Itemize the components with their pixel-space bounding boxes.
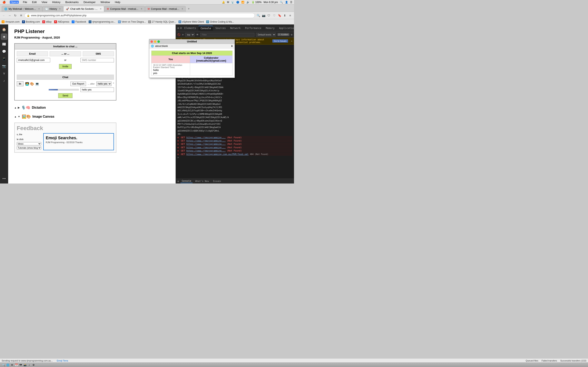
bookmark-amazon[interactable]: a Amazon.com: [2, 20, 20, 23]
bookmark-ebay[interactable]: e eBay: [42, 20, 52, 23]
search-icon[interactable]: 🔍: [256, 13, 260, 18]
invite-button[interactable]: Invite: [59, 64, 72, 69]
ideas-dropdown[interactable]: Ideas:: [17, 142, 41, 145]
tab-application[interactable]: Application: [277, 26, 294, 30]
tab-compose2[interactable]: M Compose Mail - rmetcalfe41@... ✕: [145, 6, 186, 12]
error-url[interactable]: https://www.rjmprogramming.com.au/PHP/fe…: [186, 153, 249, 156]
bottom-tab-whatsnew[interactable]: What's New: [194, 179, 210, 183]
hello-select[interactable]: hello yes: [96, 82, 112, 86]
tab-close[interactable]: ✕: [182, 8, 183, 10]
levels-select[interactable]: Default levels: [256, 33, 276, 36]
error-url[interactable]: https://www.rjmprogramming...: [186, 146, 226, 149]
tab-console[interactable]: Console: [199, 26, 213, 31]
sidebar-instagram[interactable]: 📷: [1, 63, 7, 69]
go-to-issues-button[interactable]: Go to Issues: [272, 39, 288, 43]
warning-close-icon[interactable]: ✕: [291, 40, 292, 42]
tab-close[interactable]: ✕: [38, 8, 40, 10]
tab-network[interactable]: Network: [228, 26, 243, 30]
bluetooth-icon[interactable]: 🔵: [236, 1, 239, 4]
settings-icon[interactable]: ⚙: [291, 33, 292, 36]
popup-maximize-button[interactable]: [157, 40, 160, 43]
tab-sources[interactable]: Sources: [213, 26, 228, 30]
bookmark-facebook[interactable]: f Facebook: [72, 20, 86, 23]
menu-opera[interactable]: Opera: [10, 1, 19, 4]
tab-elements[interactable]: Elements: [182, 26, 198, 30]
tab-history[interactable]: 🕐 History ✕: [43, 6, 63, 12]
sidebar-messenger[interactable]: 💬: [1, 48, 7, 55]
dictation-arrow-up[interactable]: ▲: [14, 106, 17, 109]
error-url[interactable]: https://www.rjmprogramming...: [186, 140, 226, 142]
bookmark-online-coding[interactable]: O Online Coding & Ma...: [206, 20, 234, 23]
image-canvas-section[interactable]: ▼ 🖼️🎨 Image Canvas: [18, 114, 54, 119]
sidebar-more[interactable]: •••: [1, 175, 7, 182]
download-icon[interactable]: ⬇: [283, 13, 287, 18]
sidebar-home[interactable]: 🏠: [1, 26, 7, 33]
menu-edit[interactable]: Edit: [31, 1, 37, 4]
chat-message-input[interactable]: hello yes: [80, 87, 114, 92]
sidebar-music[interactable]: ♪: [1, 77, 7, 84]
new-tab-button[interactable]: +: [186, 6, 191, 12]
context-select[interactable]: top: [185, 33, 195, 36]
tab-chat[interactable]: 🚀 Chat with No Sockets - RJM P... ✕: [63, 6, 104, 12]
back-button[interactable]: ←: [2, 13, 6, 18]
tab-grid-button[interactable]: ⊞: [19, 13, 23, 18]
clear-console-icon[interactable]: 🚫: [177, 33, 181, 36]
popup-minimize-button[interactable]: [154, 40, 156, 43]
error-url[interactable]: https://www.rjmprogramming...: [186, 136, 226, 139]
tab-memory[interactable]: Memory: [264, 26, 277, 30]
image-canvas-expand-arrow[interactable]: ▼: [18, 115, 20, 118]
tab-webmail[interactable]: 🌐 My Webmail :: Welcome to My ... ✕: [2, 6, 43, 12]
address-bar[interactable]: 🔒 www.rjmprogramming.com.au/PHP/phpliste…: [25, 13, 255, 18]
popup-close-button[interactable]: [150, 40, 153, 43]
bottom-tab-issues[interactable]: Issues: [212, 179, 222, 183]
menu-developer[interactable]: Developer: [83, 1, 96, 4]
sidebar-vk[interactable]: V: [1, 70, 7, 77]
apple-menu[interactable]: 🍎: [2, 1, 7, 4]
bookmark-venn[interactable]: V Venn vs Tree Diagra...: [118, 20, 146, 23]
sidebar-bookmarks[interactable]: ★: [1, 33, 7, 40]
image-canvas-arrow-up[interactable]: ▲: [14, 115, 17, 118]
send-button[interactable]: Send: [58, 93, 72, 98]
volume-icon[interactable]: 🔊: [246, 1, 250, 4]
bookmark-icon[interactable]: 🔖: [277, 13, 282, 18]
devtools-dock-icon[interactable]: ⊟: [180, 26, 182, 30]
bookmark-rjm[interactable]: r rjmprogramming.co...: [89, 20, 115, 23]
refresh-button[interactable]: ↻: [13, 13, 17, 18]
control-center-icon[interactable]: ☰: [290, 1, 292, 4]
bookmark-booking[interactable]: B Booking.com: [22, 20, 40, 23]
error-url[interactable]: https://www.rjmprogramming...: [186, 150, 226, 152]
menu-file[interactable]: File: [22, 1, 28, 4]
tab-close[interactable]: ✕: [141, 8, 142, 10]
menu-icon[interactable]: ≡: [288, 13, 292, 18]
pause-icon[interactable]: ⊘: [182, 33, 183, 36]
bottom-tab-console[interactable]: Console: [181, 179, 192, 183]
user-icon[interactable]: 👤: [285, 1, 288, 4]
error-url[interactable]: https://www.rjmprogramming...: [186, 143, 226, 145]
devtools-settings-icon[interactable]: ⚙: [177, 26, 179, 30]
email-input[interactable]: [17, 58, 50, 62]
bookmark-sql[interactable]: 2 27 Handy SQL Quer...: [148, 20, 176, 23]
shield-icon[interactable]: 🛡: [267, 13, 271, 18]
menu-window[interactable]: Window: [100, 1, 111, 4]
sidebar-news[interactable]: 📰: [1, 41, 7, 47]
console-filter[interactable]: [200, 33, 254, 36]
bookmark-aliexpress[interactable]: A AliExpress: [54, 20, 69, 23]
menu-view[interactable]: View: [41, 1, 48, 4]
popup-download-icon[interactable]: ⬇: [231, 45, 233, 48]
forward-button[interactable]: →: [7, 13, 12, 18]
email-icon[interactable]: M: [227, 1, 229, 4]
tab-close[interactable]: ✕: [100, 8, 102, 10]
menu-bookmarks[interactable]: Bookmarks: [65, 1, 79, 4]
tab-compose1[interactable]: M Compose Mail - rmetcalfe41@... ✕: [104, 6, 145, 12]
tab-performance[interactable]: Performance: [243, 26, 263, 30]
screenshot-icon[interactable]: 📷: [261, 13, 266, 18]
tutorials-dropdown[interactable]: Tutorials (show blog, b: [17, 146, 41, 150]
spotlight-icon[interactable]: 🔍: [280, 1, 283, 4]
sms-input[interactable]: [80, 58, 114, 62]
dictation-expand-arrow[interactable]: ▶: [18, 106, 20, 109]
out-report-button[interactable]: Out Report: [70, 82, 86, 86]
notification-icon[interactable]: 🔔: [222, 1, 225, 4]
heart-icon[interactable]: ♡: [272, 13, 277, 18]
wifi-icon[interactable]: 📶: [241, 1, 244, 4]
tab-close[interactable]: ✕: [59, 8, 61, 10]
